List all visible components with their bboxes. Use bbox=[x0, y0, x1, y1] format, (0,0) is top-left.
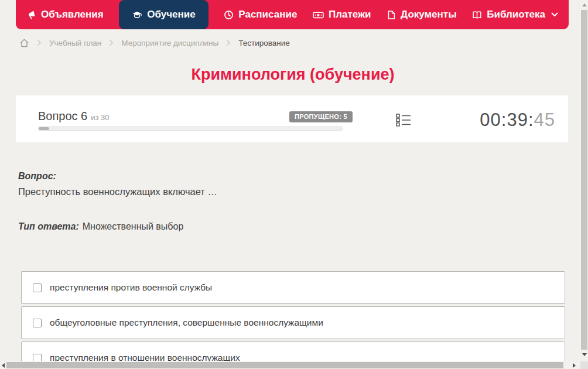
nav-item-announcements[interactable]: Объявления bbox=[26, 0, 104, 29]
question-heading: Вопрос: bbox=[18, 171, 56, 182]
breadcrumb: Учебный план Мероприятие дисциплины Тест… bbox=[19, 37, 290, 49]
nav-item-education[interactable]: Обучение bbox=[119, 0, 208, 29]
timer: 00:39:45 bbox=[480, 110, 555, 131]
answer-type-line: Тип ответа:Множественный выбор bbox=[18, 221, 183, 232]
question-total: из 30 bbox=[91, 113, 109, 122]
scroll-left-arrow-icon[interactable] bbox=[2, 363, 5, 368]
option-checkbox[interactable] bbox=[33, 283, 42, 292]
nav-item-payments[interactable]: Платежи bbox=[313, 0, 371, 29]
top-navbar: Объявления Обучение Расписание bbox=[16, 0, 569, 29]
nav-item-library[interactable]: Библиотека bbox=[472, 0, 558, 29]
timer-minutes: 00:39: bbox=[480, 110, 534, 130]
vertical-scrollbar[interactable] bbox=[580, 0, 588, 361]
answer-option-row[interactable]: общеуголовные преступления, совершенные … bbox=[21, 306, 565, 339]
nav-item-label: Обучение bbox=[147, 9, 195, 20]
answer-option-row[interactable]: преступления против военной службы bbox=[21, 271, 565, 304]
skipped-badge: ПРОПУЩЕНО: 5 bbox=[289, 111, 353, 122]
question-number: Вопрос 6из 30 bbox=[38, 110, 110, 123]
chevron-down-icon bbox=[551, 12, 558, 17]
scroll-right-arrow-icon[interactable] bbox=[573, 363, 576, 368]
vertical-scrollbar-thumb[interactable] bbox=[581, 10, 587, 350]
graduation-cap-icon bbox=[132, 10, 142, 20]
timer-seconds: 45 bbox=[534, 110, 555, 130]
horizontal-scrollbar-thumb[interactable] bbox=[6, 362, 563, 368]
option-label: преступления против военной службы bbox=[50, 282, 212, 293]
page-title: Криминология (обучение) bbox=[0, 66, 586, 84]
scroll-up-arrow-icon[interactable] bbox=[582, 4, 587, 6]
question-text: Преступность военнослужащих включает … bbox=[18, 186, 217, 197]
scroll-down-arrow-icon[interactable] bbox=[582, 353, 587, 356]
nav-item-documents[interactable]: Документы bbox=[387, 0, 457, 29]
nav-item-label: Документы bbox=[401, 9, 457, 20]
book-icon bbox=[472, 10, 482, 20]
cash-icon bbox=[313, 10, 324, 20]
question-progress-bar bbox=[38, 127, 343, 131]
megaphone-icon bbox=[26, 10, 36, 20]
question-header-card: Вопрос 6из 30 ПРОПУЩЕНО: 5 00:39:45 bbox=[16, 95, 568, 142]
nav-item-label: Расписание bbox=[238, 9, 297, 20]
document-icon bbox=[387, 10, 396, 20]
breadcrumb-separator-icon bbox=[226, 39, 231, 46]
nav-item-label: Библиотека bbox=[487, 9, 545, 20]
answer-type-label: Тип ответа: bbox=[18, 221, 79, 231]
question-progress-fill bbox=[39, 127, 49, 130]
breadcrumb-discipline-event[interactable]: Мероприятие дисциплины bbox=[121, 39, 218, 47]
option-checkbox[interactable] bbox=[33, 319, 42, 327]
breadcrumb-separator-icon bbox=[37, 39, 42, 46]
nav-item-schedule[interactable]: Расписание bbox=[224, 0, 297, 29]
scrollbar-corner bbox=[580, 361, 588, 369]
breadcrumb-study-plan[interactable]: Учебный план bbox=[49, 39, 101, 47]
clock-icon bbox=[224, 10, 234, 20]
nav-item-label: Платежи bbox=[329, 9, 371, 20]
answer-options: преступления против военной службы общеу… bbox=[21, 271, 565, 369]
option-label: общеуголовные преступления, совершенные … bbox=[50, 317, 323, 328]
nav-item-label: Объявления bbox=[41, 9, 104, 20]
home-icon[interactable] bbox=[19, 38, 29, 48]
answer-type-value: Множественный выбор bbox=[83, 221, 184, 231]
breadcrumb-separator-icon bbox=[109, 39, 114, 46]
horizontal-scrollbar[interactable] bbox=[0, 361, 580, 369]
breadcrumb-testing: Тестирование bbox=[238, 39, 290, 47]
question-list-icon[interactable] bbox=[396, 114, 411, 127]
